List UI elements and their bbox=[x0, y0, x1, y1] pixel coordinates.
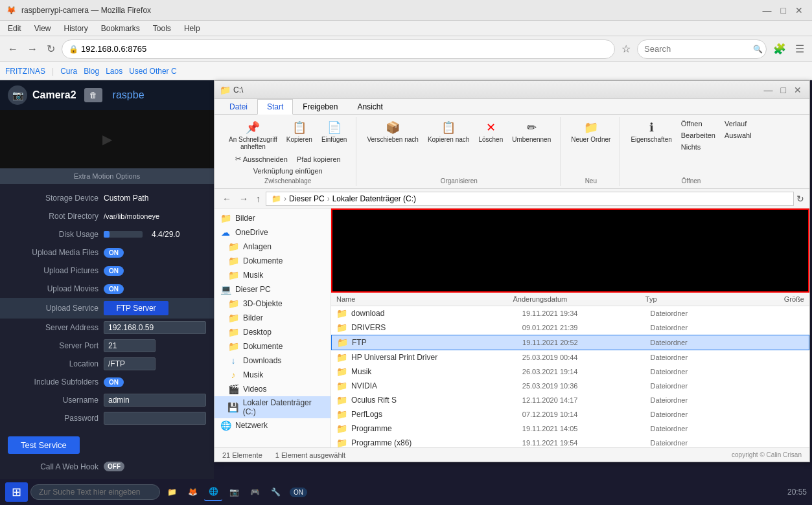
file-row-programme-x86[interactable]: 📁 Programme (x86) 19.11.2021 19:54 Datei… bbox=[331, 436, 809, 447]
file-row-hp[interactable]: 📁 HP Universal Print Driver 25.03.2019 0… bbox=[331, 350, 809, 365]
exp-back-button[interactable]: ← bbox=[220, 192, 234, 205]
nav-bilder[interactable]: 📁 Bilder bbox=[215, 211, 331, 225]
bookmark-cura[interactable]: Cura bbox=[60, 67, 77, 76]
delete-button[interactable]: ✕ Löschen bbox=[474, 118, 507, 145]
address-breadcrumb[interactable]: 📁 › Dieser PC › Lokaler Datenträger (C:) bbox=[266, 192, 794, 206]
nav-dieser-pc[interactable]: 💻 Dieser PC bbox=[215, 282, 331, 297]
breadcrumb-dieser-pc[interactable]: Dieser PC bbox=[289, 194, 325, 203]
menu-button[interactable]: ☰ bbox=[793, 41, 807, 56]
pin-to-quickaccess-button[interactable]: 📌 An Schnellzugriffanheften bbox=[225, 118, 281, 152]
menu-view[interactable]: View bbox=[32, 23, 54, 34]
nav-musik[interactable]: 📁 Musik bbox=[215, 268, 331, 282]
properties-button[interactable]: ℹ Eigenschaften bbox=[627, 118, 675, 152]
nav-downloads[interactable]: ↓ Downloads bbox=[215, 354, 331, 368]
upload-service-select[interactable]: FTP Server bbox=[104, 301, 168, 315]
exp-forward-button[interactable]: → bbox=[237, 192, 251, 205]
taskbar-app4-icon[interactable]: 🎮 bbox=[246, 483, 264, 501]
menu-bookmarks[interactable]: Bookmarks bbox=[99, 23, 143, 34]
search-bar[interactable]: 🔍 bbox=[637, 39, 767, 59]
explorer-close-button[interactable]: ✕ bbox=[791, 85, 804, 95]
copy-path-button[interactable]: Pfad kopieren bbox=[293, 153, 345, 164]
upload-movies-toggle[interactable]: ON bbox=[104, 284, 124, 294]
taskbar-file-explorer-icon[interactable]: 📁 bbox=[163, 483, 181, 501]
nav-3d-objekte[interactable]: 📁 3D-Objekte bbox=[215, 297, 331, 311]
taskbar-search-input[interactable] bbox=[30, 484, 160, 500]
file-row-download[interactable]: 📁 download 19.11.2021 19:34 Dateiordner bbox=[331, 306, 809, 320]
close-button[interactable]: ✕ bbox=[793, 5, 806, 16]
shortcut-button[interactable]: Verknüpfung einfügen bbox=[249, 166, 327, 176]
file-row-oculus[interactable]: 📁 Oculus Rift S 12.11.2020 14:17 Dateior… bbox=[331, 393, 809, 407]
reload-button[interactable]: ↻ bbox=[44, 41, 58, 56]
new-folder-button[interactable]: 📁 Neuer Ordner bbox=[567, 118, 614, 145]
nav-musik2[interactable]: ♪ Musik bbox=[215, 368, 331, 382]
bookmark-blog[interactable]: Blog bbox=[84, 67, 99, 76]
server-port-input[interactable] bbox=[104, 339, 156, 352]
bookmark-star-button[interactable]: ☆ bbox=[619, 41, 633, 56]
paste-button[interactable]: 📄 Einfügen bbox=[318, 118, 351, 152]
maximize-button[interactable]: □ bbox=[778, 5, 789, 16]
minimize-button[interactable]: — bbox=[760, 5, 774, 16]
file-row-programme[interactable]: 📁 Programme 19.11.2021 14:05 Dateiordner bbox=[331, 421, 809, 436]
menu-edit[interactable]: Edit bbox=[5, 23, 24, 34]
col-date-header[interactable]: Änderungsdatum bbox=[513, 295, 645, 303]
taskbar-app5-icon[interactable]: 🔧 bbox=[266, 483, 284, 501]
url-input[interactable] bbox=[81, 44, 608, 54]
taskbar-app3-icon[interactable]: 📷 bbox=[225, 483, 243, 501]
extensions-button[interactable]: 🧩 bbox=[771, 41, 789, 56]
col-name-header[interactable]: Name bbox=[336, 295, 513, 303]
bookmark-laos[interactable]: Laos bbox=[106, 67, 122, 76]
breadcrumb-drive-c[interactable]: Lokaler Datenträger (C:) bbox=[332, 194, 416, 203]
upload-pictures-toggle[interactable]: ON bbox=[104, 266, 124, 276]
nav-netzwerk[interactable]: 🌐 Netzwerk bbox=[215, 418, 331, 432]
copy-button[interactable]: 📋 Kopieren bbox=[283, 118, 316, 152]
ribbon-tab-datei[interactable]: Datei bbox=[220, 99, 257, 115]
start-button[interactable]: ⊞ bbox=[5, 482, 28, 502]
file-row-musik[interactable]: 📁 Musik 26.03.2021 19:14 Dateiordner bbox=[331, 365, 809, 379]
ribbon-tab-start[interactable]: Start bbox=[257, 99, 293, 115]
menu-tools[interactable]: Tools bbox=[150, 23, 174, 34]
nav-videos[interactable]: 🎬 Videos bbox=[215, 382, 331, 396]
nav-bilder2[interactable]: 📁 Bilder bbox=[215, 311, 331, 325]
nav-onedrive[interactable]: ☁ OneDrive bbox=[215, 225, 331, 240]
cut-button[interactable]: ✂ Ausschneiden bbox=[231, 153, 292, 164]
ribbon-tab-ansicht[interactable]: Ansicht bbox=[347, 99, 392, 115]
rename-button[interactable]: ✏ Umbenennen bbox=[508, 118, 555, 145]
copy-to-button[interactable]: 📋 Kopieren nach bbox=[424, 118, 474, 145]
explorer-maximize-button[interactable]: □ bbox=[778, 85, 789, 95]
include-subfolders-toggle[interactable]: ON bbox=[104, 377, 124, 387]
nav-desktop[interactable]: 📁 Desktop bbox=[215, 325, 331, 339]
server-address-input[interactable] bbox=[104, 321, 206, 334]
bookmark-used-other[interactable]: Used Other C bbox=[129, 67, 176, 76]
col-type-header[interactable]: Typ bbox=[645, 295, 734, 303]
menu-history[interactable]: History bbox=[61, 23, 90, 34]
password-input[interactable] bbox=[104, 412, 206, 425]
taskbar-firefox-icon[interactable]: 🦊 bbox=[183, 483, 202, 501]
selection-button[interactable]: Auswahl bbox=[721, 130, 756, 140]
webhook-toggle[interactable]: OFF bbox=[104, 462, 124, 471]
file-row-drivers[interactable]: 📁 DRIVERS 09.01.2021 21:39 Dateiordner bbox=[331, 320, 809, 335]
history-button[interactable]: Verlauf bbox=[721, 118, 756, 129]
exp-refresh-button[interactable]: ↻ bbox=[796, 194, 804, 204]
upload-media-toggle[interactable]: ON bbox=[104, 248, 124, 258]
file-row-ftp[interactable]: 📁 FTP 19.11.2021 20:52 Dateiordner bbox=[331, 335, 809, 350]
menu-help[interactable]: Help bbox=[181, 23, 203, 34]
delete-camera-button[interactable]: 🗑 bbox=[84, 88, 102, 102]
file-row-nvidia[interactable]: 📁 NVIDIA 25.03.2019 10:36 Dateiordner bbox=[331, 379, 809, 393]
nav-dokumente2[interactable]: 📁 Dokumente bbox=[215, 339, 331, 354]
exp-up-button[interactable]: ↑ bbox=[253, 192, 263, 205]
explorer-minimize-button[interactable]: — bbox=[761, 85, 776, 95]
forward-button[interactable]: → bbox=[25, 42, 40, 56]
file-row-perflogs[interactable]: 📁 PerfLogs 07.12.2019 10:14 Dateiordner bbox=[331, 407, 809, 421]
nav-anlagen[interactable]: 📁 Anlagen bbox=[215, 240, 331, 254]
address-bar[interactable]: 🔒 bbox=[62, 39, 615, 59]
back-button[interactable]: ← bbox=[5, 42, 21, 56]
edit-button[interactable]: Bearbeiten bbox=[677, 130, 719, 140]
test-service-button[interactable]: Test Service bbox=[8, 436, 80, 454]
nothing-button[interactable]: Nichts bbox=[677, 142, 719, 152]
taskbar-active-app-icon[interactable]: 🌐 bbox=[204, 483, 222, 501]
nav-dokumente[interactable]: 📁 Dokumente bbox=[215, 254, 331, 268]
username-input[interactable] bbox=[104, 394, 206, 407]
bookmark-fritzinas[interactable]: FRITZINAS bbox=[5, 67, 45, 76]
col-size-header[interactable]: Größe bbox=[734, 295, 804, 303]
ribbon-tab-freigeben[interactable]: Freigeben bbox=[293, 99, 347, 115]
